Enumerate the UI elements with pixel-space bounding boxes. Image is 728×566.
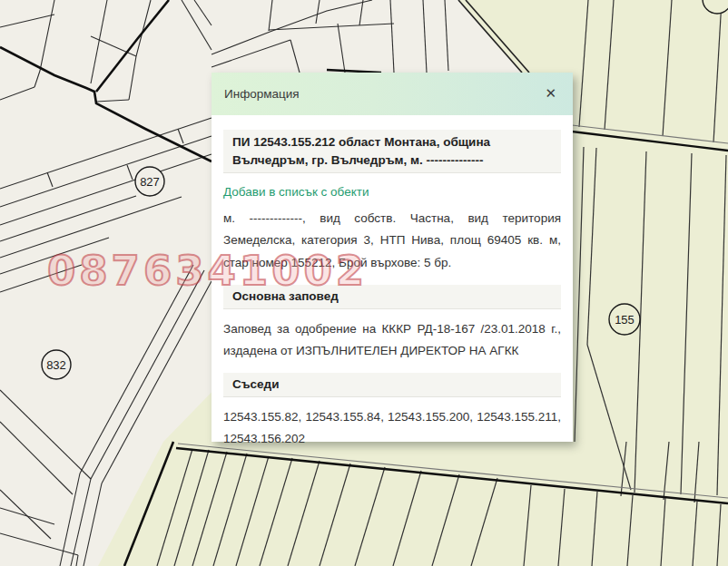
section-heading-main-order: Основна заповед bbox=[223, 285, 561, 309]
main-order-text: Заповед за одобрение на КККР РД-18-167 /… bbox=[223, 318, 561, 363]
parcel-number-827: 827 bbox=[140, 175, 160, 189]
dialog-header: Информация ✕ bbox=[212, 73, 573, 115]
parcel-title: ПИ 12543.155.212 област Монтана, община … bbox=[223, 130, 561, 173]
close-icon[interactable]: ✕ bbox=[543, 85, 558, 102]
parcel-details: м. -------------, вид собств. Частна, ви… bbox=[223, 208, 561, 274]
parcel-number-832: 832 bbox=[46, 358, 66, 372]
dialog-body: ПИ 12543.155.212 област Монтана, община … bbox=[212, 115, 573, 450]
neighbors-text: 12543.155.82, 12543.155.84, 12543.155.20… bbox=[223, 406, 561, 451]
map-viewer: 827 832 155 Информация ✕ ПИ 12543.155.21… bbox=[0, 0, 728, 566]
info-dialog: Информация ✕ ПИ 12543.155.212 област Мон… bbox=[212, 73, 573, 442]
add-to-list-link[interactable]: Добави в списък с обекти bbox=[223, 185, 369, 199]
dialog-title: Информация bbox=[224, 87, 300, 101]
parcel-number-155: 155 bbox=[615, 313, 635, 327]
section-heading-neighbors: Съседи bbox=[223, 373, 561, 397]
